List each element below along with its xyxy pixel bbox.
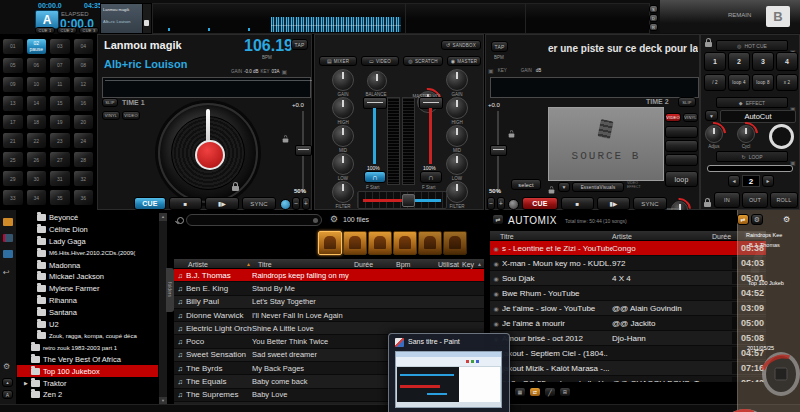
folder-item[interactable]: Mylene Farmer	[17, 283, 158, 295]
track-scroll-up-icon[interactable]: ▲	[477, 261, 482, 267]
vinyl-mode-button[interactable]: VINYL	[102, 111, 120, 120]
performance-pad[interactable]: 15	[49, 95, 71, 112]
column-title[interactable]: Titre	[500, 233, 514, 240]
volume-fader-a-track[interactable]	[373, 108, 376, 164]
jog-wheel[interactable]	[158, 103, 258, 203]
automix-row[interactable]: Je l'aime à mourir @@ Jackito 05:00	[490, 316, 766, 331]
performance-pad[interactable]: 24	[73, 132, 95, 149]
column-title[interactable]: Titre	[258, 261, 272, 268]
cue-point-button[interactable]: CUE 3	[79, 27, 99, 34]
sync-button[interactable]: SYNC	[242, 197, 276, 210]
font-size-button[interactable]: A	[2, 390, 13, 399]
stop-button[interactable]: ■	[561, 197, 594, 210]
cue-point-button[interactable]: CUE 1	[35, 27, 55, 34]
automix-row[interactable]: Je t'aime - slow - YouTube @@ Alain Govi…	[490, 301, 766, 316]
folder-item[interactable]: Céline Dion	[17, 224, 158, 236]
performance-pad[interactable]: 25	[2, 151, 24, 168]
video-source-panel[interactable]: SOURCE B	[548, 107, 664, 181]
loop-out-button[interactable]: OUT	[742, 192, 768, 208]
performance-pad[interactable]: 16	[73, 95, 95, 112]
album-cover[interactable]	[418, 231, 442, 255]
visuals-dropdown-arrow[interactable]: ▼	[558, 182, 570, 192]
overview-waveform-strip[interactable]	[152, 3, 650, 34]
album-cover[interactable]	[368, 231, 392, 255]
hotcue-button[interactable]: 2	[728, 52, 750, 71]
performance-pad[interactable]: 28	[73, 151, 95, 168]
performance-pad[interactable]: 33	[2, 189, 24, 206]
slip-button[interactable]: SLIP	[678, 97, 696, 107]
eq-knob[interactable]	[332, 153, 354, 175]
performance-pad[interactable]: 26	[26, 151, 48, 168]
automix-row[interactable]: Sou Djak 4 X 4 05:01	[490, 271, 766, 286]
performance-pad[interactable]: 13	[2, 95, 24, 112]
track-row[interactable]: Billy Paul Let's Stay Together	[174, 296, 484, 309]
overview-mode-button[interactable]: S	[649, 5, 658, 13]
play-button[interactable]: ▮▶	[597, 197, 630, 210]
track-row[interactable]: Ben E. King Stand By Me	[174, 282, 484, 295]
deck-b-waveform-box[interactable]	[490, 77, 699, 98]
overview-mode-button[interactable]: D	[649, 14, 658, 22]
automix-options-gear-icon[interactable]	[751, 214, 763, 225]
video-slot-button[interactable]	[665, 126, 698, 138]
folder-item[interactable]: Mickael Jackson	[17, 271, 158, 283]
add-folder-icon[interactable]: ⊞	[559, 387, 571, 397]
favorites-folder-icon[interactable]	[3, 218, 13, 226]
automix-row[interactable]: jakout Mizik - Kalòt Marasa -... 07:16	[490, 361, 766, 376]
deck-a-waveform-box[interactable]	[102, 77, 311, 98]
eq-knob[interactable]	[446, 153, 468, 175]
overview-mode-button[interactable]: R	[649, 23, 658, 31]
loop-lock-icon[interactable]	[704, 202, 711, 207]
automix-row[interactable]: X-man - Moun key mo - KUDL.. 972 04:03	[490, 256, 766, 271]
loop-size-button[interactable]: loop 4	[728, 74, 750, 91]
deck-b-loop-knob[interactable]	[508, 199, 519, 210]
performance-pad[interactable]: 07	[49, 57, 71, 74]
loop-sample-button[interactable]: loop	[665, 171, 698, 187]
tap-button[interactable]: TAP	[291, 39, 308, 50]
automix-toggle-icon[interactable]: ⇄	[492, 214, 504, 225]
headphone-b-button[interactable]: ∩	[420, 171, 442, 183]
performance-pad[interactable]: 11	[49, 76, 71, 93]
edit-pencil-icon[interactable]: ╱	[544, 387, 556, 397]
performance-pad[interactable]: 20	[73, 114, 95, 131]
performance-pad[interactable]: 18	[26, 114, 48, 131]
vinyl-toggle-button[interactable]: VINYL	[683, 113, 698, 122]
eq-knob[interactable]	[332, 125, 354, 147]
collapse-button[interactable]: ▲	[2, 378, 13, 387]
eq-knob[interactable]	[446, 125, 468, 147]
eq-knob[interactable]	[446, 69, 468, 91]
limiter-gauge-small[interactable]	[762, 352, 800, 396]
list-options-gear-icon[interactable]	[330, 214, 338, 224]
automix-row[interactable]: Amour brisé - oct 2012 Djo-Hann 05:08	[490, 331, 766, 346]
folder-item[interactable]: The Very Best Of Africa	[17, 354, 158, 366]
eq-knob[interactable]	[446, 97, 468, 119]
video-lock-icon[interactable]	[549, 190, 555, 194]
performance-pad[interactable]: 02 pause	[26, 38, 48, 55]
performance-pad[interactable]: 31	[49, 170, 71, 187]
performance-pad[interactable]: 01	[2, 38, 24, 55]
hotcue-button[interactable]: 4	[776, 52, 798, 71]
sideview-gear-icon[interactable]	[783, 215, 790, 224]
preview-thumbnail[interactable]	[395, 351, 502, 408]
performance-pad[interactable]: 08	[73, 57, 95, 74]
select-button[interactable]: select	[511, 179, 541, 190]
search-clear-icon[interactable]	[313, 218, 318, 223]
mixer-tab-video[interactable]: ▭VIDEO	[361, 56, 399, 66]
column-key[interactable]: Key	[462, 261, 474, 268]
hotcue-button[interactable]: 1	[704, 52, 726, 71]
cue-point-button[interactable]: CUE 2	[57, 27, 77, 34]
loop-roll-button[interactable]: ROLL	[770, 192, 798, 208]
track-row[interactable]: B.J. Thomas Raindrops keep falling on my	[174, 269, 484, 282]
album-cover[interactable]	[443, 231, 467, 255]
crossfader[interactable]	[357, 191, 447, 209]
shuffle-icon[interactable]: ⇄	[529, 387, 541, 397]
eq-knob[interactable]	[332, 69, 354, 91]
automix-row[interactable]: 012 - GO 55s - dancehall - Y... @@ CHACO…	[490, 376, 766, 382]
video-toggle-button[interactable]: VIDEO	[665, 113, 681, 122]
headphone-a-button[interactable]: ∩	[364, 171, 386, 183]
camera-icon[interactable]: ▦	[514, 387, 526, 397]
performance-pad[interactable]: 36	[73, 189, 95, 206]
folder-item[interactable]: M6.Hits.Hiver.2010.2CDs.(2009(	[17, 247, 158, 259]
video-slot-button[interactable]	[665, 140, 698, 152]
performance-pad[interactable]: 21	[2, 132, 24, 149]
back-icon[interactable]: ↩	[3, 268, 10, 277]
